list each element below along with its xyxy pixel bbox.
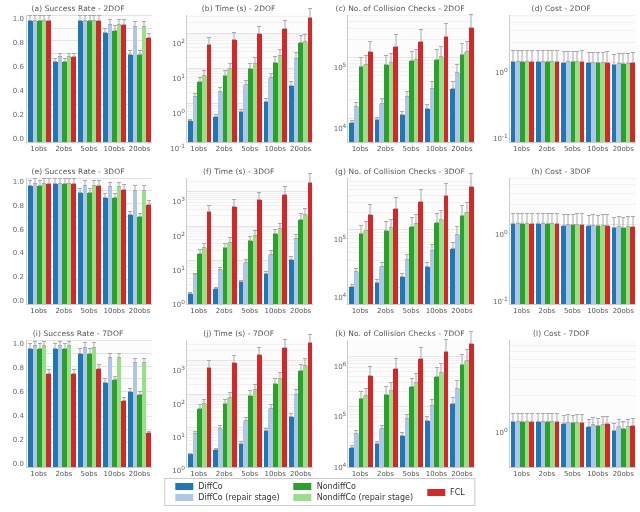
y-tick: 0.6 [4, 226, 24, 234]
bar-group [263, 340, 288, 467]
legend-column: FCL [427, 488, 465, 497]
y-tick: 0.4 [4, 87, 24, 95]
bar [46, 184, 51, 305]
bar [207, 212, 212, 304]
y-tick: 104 [334, 462, 347, 472]
y-tick: 104 [334, 292, 347, 302]
panel-title: (d) Cost - 2DOF [487, 4, 636, 15]
legend-item: DiffCo (repair stage) [175, 493, 279, 502]
x-tick: 20obs [449, 470, 474, 478]
x-tick: 20obs [288, 470, 313, 478]
x-tick: 10obs [102, 145, 127, 153]
bar-group [102, 15, 127, 142]
y-tick: 101 [172, 265, 185, 275]
bar-group [585, 178, 610, 305]
plot-area: 10-1100 [509, 178, 636, 306]
plot-area: 100101102103 [186, 340, 313, 468]
bar-group [288, 340, 313, 467]
y-tick: 0.2 [4, 111, 24, 119]
bar [580, 225, 585, 304]
x-tick: 20obs [127, 470, 152, 478]
bar-group [27, 15, 52, 142]
bar-group [52, 340, 77, 467]
plot: 100101102103 [164, 178, 313, 306]
bar [469, 344, 474, 467]
x-tick: 5obs [398, 145, 423, 153]
bar [121, 401, 126, 467]
bar-group [212, 178, 237, 305]
bars [27, 340, 152, 467]
y-tick: 0.4 [4, 412, 24, 420]
panel-title: (c) No. of Collision Checks - 2DOF [325, 4, 474, 15]
panel-title: (i) Success Rate - 7DOF [4, 329, 152, 340]
y-tick: 102 [172, 38, 185, 48]
bar [146, 38, 151, 142]
y-axis: 1.00.80.60.40.20.0 [4, 15, 26, 143]
bar [46, 21, 51, 142]
bar-group [535, 15, 560, 142]
x-tick: 10obs [102, 307, 127, 315]
x-tick: 2obs [51, 145, 76, 153]
x-tick: 1obs [186, 470, 211, 478]
bar [444, 352, 449, 467]
y-tick: 0.8 [4, 202, 24, 210]
x-tick: 1obs [347, 470, 372, 478]
x-tick: 10obs [424, 307, 449, 315]
x-tick: 2obs [51, 470, 76, 478]
bar [529, 224, 534, 304]
plot: 104105 [325, 178, 474, 306]
panel-title: (f) Time (s) - 3DOF [164, 167, 313, 178]
bar [555, 422, 560, 467]
bar [418, 202, 423, 304]
bar [444, 37, 449, 142]
bars [187, 15, 313, 142]
x-tick: 5obs [76, 470, 101, 478]
y-tick: 100 [495, 229, 508, 239]
plot-area: 100101102103 [186, 178, 313, 306]
bar [282, 348, 287, 467]
x-tick: 2obs [534, 470, 559, 478]
y-tick: 0.0 [4, 460, 24, 468]
panel-j: (j) Time (s) - 7DOF 1001011021031obs2obs… [164, 329, 313, 478]
plot-area [26, 178, 152, 306]
x-axis: 1obs2obs5obs10obs20obs [509, 143, 636, 153]
legend-label: DiffCo [198, 482, 222, 491]
x-tick: 20obs [288, 307, 313, 315]
legend-label: FCL [450, 488, 465, 497]
bar-group [611, 178, 636, 305]
bar-group [611, 15, 636, 142]
y-tick: 0.2 [4, 436, 24, 444]
bar [146, 205, 151, 304]
y-tick: 0.2 [4, 273, 24, 281]
bar [46, 374, 51, 467]
x-tick: 1obs [26, 145, 51, 153]
x-tick: 10obs [262, 145, 287, 153]
legend-label: NondiffCo [317, 482, 356, 491]
panel-b: (b) Time (s) - 2DOF 10-11001011021obs2ob… [164, 4, 313, 153]
x-tick: 20obs [449, 145, 474, 153]
x-tick: 2obs [373, 470, 398, 478]
bar-group [374, 15, 399, 142]
x-tick: 2obs [534, 145, 559, 153]
bars [187, 340, 313, 467]
bar-group [348, 340, 373, 467]
bar-group [263, 15, 288, 142]
bar [282, 29, 287, 142]
y-tick: 101 [172, 432, 185, 442]
bar [393, 209, 398, 305]
bar [121, 25, 126, 142]
bar-group [52, 178, 77, 305]
bars [510, 178, 636, 305]
x-tick: 5obs [237, 145, 262, 153]
bar-group [535, 178, 560, 305]
bar-group [288, 178, 313, 305]
panel-c: (c) No. of Collision Checks - 2DOF 10410… [325, 4, 474, 153]
bar-group [611, 340, 636, 467]
y-tick: 100 [495, 427, 508, 437]
panel-title: (b) Time (s) - 2DOF [164, 4, 313, 15]
x-tick: 2obs [373, 307, 398, 315]
y-tick: 10-1 [493, 296, 508, 306]
bar [71, 374, 76, 467]
bar [232, 40, 237, 141]
panel-a: (a) Success Rate - 2DOF1.00.80.60.40.20.… [4, 4, 152, 153]
